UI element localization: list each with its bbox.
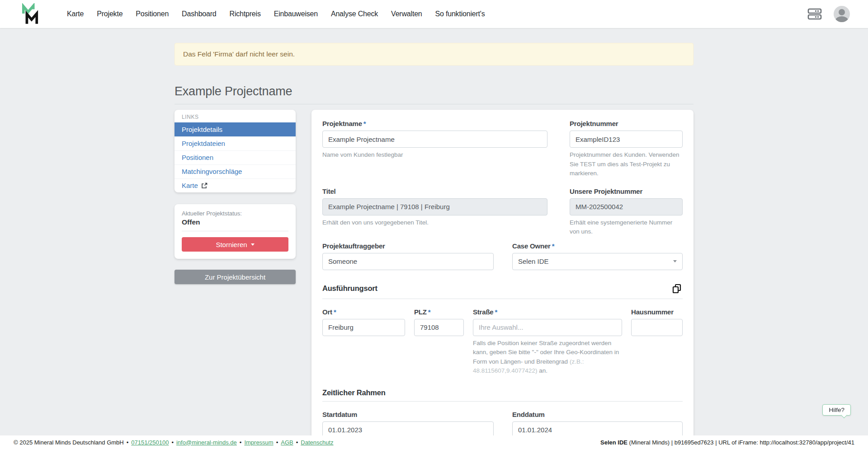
projektauftraggeber-label: Projektauftraggeber — [322, 242, 494, 250]
projektname-help: Name vom Kunden festlegbar — [322, 150, 547, 160]
nav-item-analyse-check[interactable]: Analyse Check — [331, 10, 378, 18]
avatar-body-icon — [835, 16, 848, 22]
nav-item-karte[interactable]: Karte — [67, 10, 84, 18]
ort-label: Ort* — [322, 308, 405, 316]
two-column-layout: LINKS Projektdetails Projektdateien Posi… — [175, 110, 693, 448]
nav-item-dashboard[interactable]: Dashboard — [182, 10, 216, 18]
project-overview-button[interactable]: Zur Projektübersicht — [175, 270, 296, 284]
sidebar-item-projektdetails[interactable]: Projektdetails — [175, 122, 296, 136]
field-case-owner: Case Owner* Selen IDE — [512, 242, 683, 270]
caret-down-icon — [251, 243, 255, 246]
projektname-input[interactable] — [322, 131, 547, 148]
external-link-icon — [201, 182, 208, 189]
footer-link-email[interactable]: info@mineral-minds.de — [176, 439, 237, 446]
help-button[interactable]: Hilfe? — [822, 404, 851, 416]
footer-link-impressum[interactable]: Impressum — [244, 439, 273, 446]
sidebar: LINKS Projektdetails Projektdateien Posi… — [175, 110, 296, 284]
section-ausfuehrungsort: Ausführungsort — [322, 283, 683, 299]
navbar-right — [807, 6, 850, 22]
footer-separator: • — [240, 439, 242, 446]
status-divider — [182, 231, 288, 231]
footer-separator: • — [127, 439, 129, 446]
footer-separator: • — [296, 439, 298, 446]
projektauftraggeber-input[interactable] — [322, 253, 494, 270]
cancel-project-button[interactable]: Stornieren — [182, 237, 288, 252]
footer-link-agb[interactable]: AGB — [281, 439, 293, 446]
copy-icon — [672, 284, 682, 294]
ort-input[interactable] — [322, 319, 405, 336]
unsere-projektnummer-label: Unsere Projektnummer — [570, 187, 683, 195]
nav-item-positionen[interactable]: Positionen — [136, 10, 169, 18]
sidebar-item-positionen[interactable]: Positionen — [175, 150, 296, 164]
warning-alert: Das Feld 'Firma' darf nicht leer sein. — [175, 43, 693, 65]
projektname-label: Projektname* — [322, 120, 547, 127]
footer-session-user: Selen IDE — [600, 439, 627, 446]
links-card-header: LINKS — [175, 110, 296, 122]
field-ort: Ort* — [322, 308, 405, 376]
required-marker: * — [363, 120, 366, 127]
avatar-head-icon — [839, 9, 845, 15]
enddatum-label: Enddatum — [512, 411, 683, 418]
unsere-projektnummer-help: Erhält eine systemgenerierte Nummer von … — [570, 218, 683, 237]
strasse-input[interactable] — [473, 319, 622, 336]
projektnummer-help: Projektnummer des Kunden. Verwenden Sie … — [570, 150, 683, 178]
sidebar-item-projektdateien[interactable]: Projektdateien — [175, 136, 296, 150]
nav-item-verwalten[interactable]: Verwalten — [391, 10, 422, 18]
sidebar-item-label: Positionen — [182, 153, 213, 162]
page-title: Example Projectname — [175, 84, 693, 98]
warning-alert-message: Das Feld 'Firma' darf nicht leer sein. — [183, 50, 295, 58]
field-unsere-projektnummer: Unsere Projektnummer Erhält eine systemg… — [570, 187, 683, 237]
nav-item-richtpreis[interactable]: Richtpreis — [230, 10, 261, 18]
required-marker: * — [334, 308, 336, 316]
startdatum-label: Startdatum — [322, 411, 494, 418]
section-ausfuehrungsort-title: Ausführungsort — [322, 284, 377, 293]
form-row-auftraggeber-owner: Projektauftraggeber Case Owner* Selen ID… — [322, 242, 683, 270]
field-titel: Titel Erhält den von uns vorgegebenen Ti… — [322, 187, 547, 237]
footer-link-datenschutz[interactable]: Datenschutz — [301, 439, 333, 446]
hausnummer-label: Hausnummer — [631, 308, 683, 316]
sidebar-item-matchingvorschlaege[interactable]: Matchingvorschläge — [175, 164, 296, 178]
footer-separator: • — [171, 439, 174, 446]
project-details-form: Projektname* Name vom Kunden festlegbar … — [311, 110, 693, 448]
required-marker: * — [428, 308, 431, 316]
case-owner-selected-value: Selen IDE — [518, 257, 549, 265]
nav-item-einbauweisen[interactable]: Einbauweisen — [274, 10, 318, 18]
section-zeitlicher-rahmen: Zeitlicher Rahmen — [322, 388, 683, 402]
footer-link-phone[interactable]: 07151/250100 — [131, 439, 169, 446]
projektnummer-label: Projektnummer — [570, 120, 683, 127]
user-avatar[interactable] — [834, 6, 850, 22]
field-projektname: Projektname* Name vom Kunden festlegbar — [322, 120, 547, 178]
field-hausnummer: Hausnummer — [631, 308, 683, 376]
form-row-address: Ort* PLZ* Straße* Falls die P — [322, 308, 683, 376]
form-row-titel: Titel Erhält den von uns vorgegebenen Ti… — [322, 187, 683, 237]
chevron-down-icon — [673, 260, 677, 262]
strasse-label: Straße* — [473, 308, 622, 316]
status-label: Aktueller Projektstatus: — [182, 210, 288, 217]
case-owner-select[interactable]: Selen IDE — [512, 253, 683, 270]
form-row-name-number: Projektname* Name vom Kunden festlegbar … — [322, 120, 683, 178]
required-marker: * — [552, 242, 555, 250]
title-divider — [175, 104, 693, 104]
cancel-project-button-label: Stornieren — [216, 241, 247, 248]
plz-label: PLZ* — [414, 308, 464, 316]
footer-separator: • — [276, 439, 278, 446]
footer-session-info: Selen IDE (Mineral Minds) | b91695ed7623… — [600, 439, 854, 446]
field-startdatum: Startdatum — [322, 411, 494, 439]
field-projektnummer: Projektnummer Projektnummer des Kunden. … — [570, 120, 683, 178]
nav-item-so-funktionierts[interactable]: So funktioniert's — [435, 10, 485, 18]
sidebar-item-label: Karte — [182, 181, 198, 190]
sidebar-item-label: Projektdetails — [182, 125, 222, 134]
mineral-minds-logo-icon[interactable] — [22, 3, 39, 25]
nav-item-projekte[interactable]: Projekte — [97, 10, 123, 18]
server-icon[interactable] — [807, 8, 822, 20]
projektnummer-input[interactable] — [570, 131, 683, 148]
form-row-dates: Startdatum Enddatum — [322, 411, 683, 439]
project-overview-button-label: Zur Projektübersicht — [205, 273, 265, 281]
sidebar-item-karte[interactable]: Karte — [175, 178, 296, 192]
field-plz: PLZ* — [414, 308, 464, 376]
sidebar-item-label: Matchingvorschläge — [182, 167, 242, 176]
plz-input[interactable] — [414, 319, 464, 336]
footer-left: © 2025 Mineral Minds Deutschland GmbH • … — [14, 439, 334, 446]
copy-address-button[interactable] — [671, 283, 683, 295]
hausnummer-input[interactable] — [631, 319, 683, 336]
